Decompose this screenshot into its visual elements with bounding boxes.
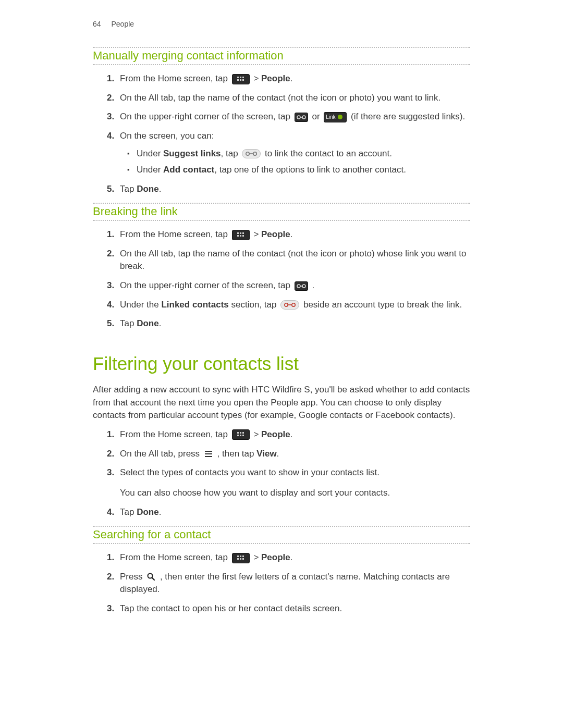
page-header: 64 People xyxy=(93,20,470,28)
chain-link-icon xyxy=(295,113,308,122)
link-suggestion-badge-icon: Link xyxy=(324,112,347,122)
steps-merge: From the Home screen, tap > People. On t… xyxy=(93,72,470,195)
step-item: On the All tab, press , then tap View. xyxy=(117,448,470,461)
bullet-item: Under Suggest links, tap to link the con… xyxy=(137,147,470,161)
link-pill-icon xyxy=(242,149,261,158)
search-icon xyxy=(146,572,156,582)
apps-grid-icon xyxy=(232,74,250,84)
step-item: Select the types of contacts you want to… xyxy=(117,466,470,499)
sub-bullets: Under Suggest links, tap to link the con… xyxy=(120,147,470,177)
steps-break: From the Home screen, tap > People. On t… xyxy=(93,228,470,330)
heading-rule: Breaking the link xyxy=(93,203,470,221)
step-item: From the Home screen, tap > People. xyxy=(117,228,470,241)
step-item: Tap Done. xyxy=(117,506,470,519)
step-item: From the Home screen, tap > People. xyxy=(117,428,470,441)
apps-grid-icon xyxy=(232,429,250,440)
step-item: Under the Linked contacts section, tap b… xyxy=(117,299,470,312)
break-link-pill-icon xyxy=(280,300,299,310)
page-section: People xyxy=(111,20,134,28)
step-item: Tap the contact to open his or her conta… xyxy=(117,602,470,615)
step-item: From the Home screen, tap > People. xyxy=(117,551,470,564)
document-page: 64 People Manually merging contact infor… xyxy=(0,0,563,728)
apps-grid-icon xyxy=(232,553,250,563)
heading-filter: Filtering your contacts list xyxy=(93,353,470,374)
heading-rule: Manually merging contact information xyxy=(93,47,470,65)
heading-search: Searching for a contact xyxy=(93,528,470,541)
apps-grid-icon xyxy=(232,230,250,240)
menu-icon xyxy=(204,450,213,458)
heading-break: Breaking the link xyxy=(93,205,470,218)
filter-intro: After adding a new account to sync with … xyxy=(93,384,470,422)
heading-rule: Searching for a contact xyxy=(93,526,470,544)
step-item: On the upper-right corner of the screen,… xyxy=(117,110,470,124)
step-item: On the All tab, tap the name of the cont… xyxy=(117,92,470,105)
step-subtext: You can also choose how you want to disp… xyxy=(120,487,470,500)
steps-search: From the Home screen, tap > People. Pres… xyxy=(93,551,470,615)
step-item: Tap Done. xyxy=(117,183,470,196)
page-number: 64 xyxy=(93,20,101,28)
step-item: Press , then enter the first few letters… xyxy=(117,571,470,596)
step-item: On the All tab, tap the name of the cont… xyxy=(117,248,470,273)
heading-merge: Manually merging contact information xyxy=(93,49,470,63)
steps-filter: From the Home screen, tap > People. On t… xyxy=(93,428,470,519)
step-item: On the screen, you can: Under Suggest li… xyxy=(117,130,470,177)
step-item: Tap Done. xyxy=(117,317,470,330)
step-item: On the upper-right corner of the screen,… xyxy=(117,279,470,292)
chain-link-icon xyxy=(295,281,308,291)
bullet-item: Under Add contact, tap one of the option… xyxy=(137,163,470,177)
step-item: From the Home screen, tap > People. xyxy=(117,72,470,85)
